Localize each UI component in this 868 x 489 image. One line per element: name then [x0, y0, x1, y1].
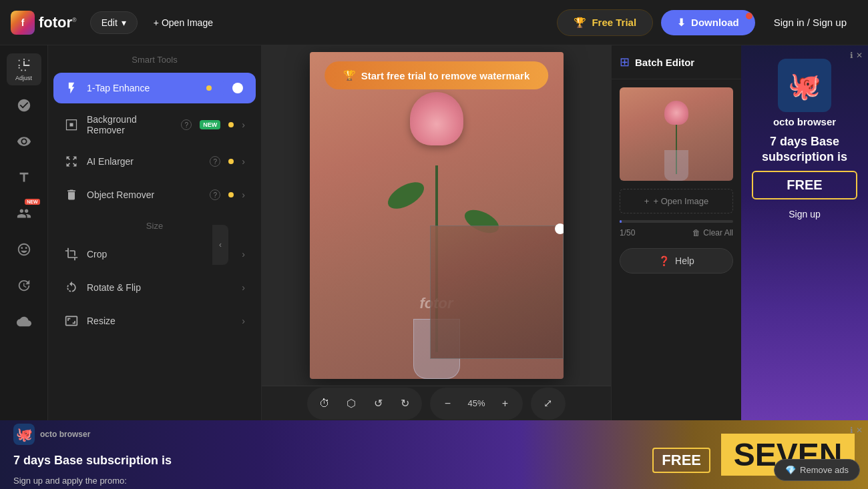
new-tag: NEW	[200, 120, 220, 129]
sidebar-item-adjust[interactable]: Adjust	[7, 53, 41, 85]
bottom-toolbar: ⏱ ⬡ ↺ ↻ − 45% + ⤢	[262, 386, 611, 420]
edit-button[interactable]: Edit ▾	[90, 11, 138, 34]
enhance-toggle[interactable]	[220, 81, 245, 95]
sidebar-item-text[interactable]	[7, 161, 41, 193]
logo-text: fotor®	[39, 14, 77, 31]
main-area: Adjust NEW Smart Tools	[0, 45, 868, 420]
enhance-icon	[64, 81, 79, 95]
batch-count: 1/50	[620, 228, 635, 237]
right-panel: ⊞ Batch Editor + + Open Image 1/50 🗑 Cle…	[611, 45, 741, 420]
tool-1tap-enhance[interactable]: 1-Tap Enhance	[53, 73, 256, 103]
ad-free-box: FREE	[752, 171, 857, 199]
resize-arrow: ›	[242, 316, 245, 326]
ai-enlarger-icon	[64, 154, 79, 169]
ad-octopus-icon: 🐙	[778, 59, 831, 112]
bg-remover-arrow: ›	[242, 119, 245, 130]
collapse-panel-arrow[interactable]: ‹	[212, 225, 228, 265]
resize-icon	[64, 314, 79, 328]
open-image-button[interactable]: + Open Image	[146, 12, 221, 33]
fit-button[interactable]: ⤢	[536, 392, 560, 416]
sidebar-item-beauty[interactable]	[7, 89, 41, 121]
sidebar-item-cloud[interactable]	[7, 306, 41, 338]
tool-object-remover[interactable]: Object Remover ? ›	[53, 179, 256, 210]
notification-dot	[746, 13, 752, 19]
free-trial-button[interactable]: 🏆 Free Trial	[557, 9, 653, 36]
bottom-ad-logo: 🐙	[13, 424, 35, 445]
watermark-banner[interactable]: 🏆 Start free trial to remove watermark	[324, 61, 549, 89]
sidebar-item-ai[interactable]	[7, 270, 41, 302]
help-circle-icon: ❓	[658, 256, 670, 266]
ad-close-icon[interactable]: ✕	[856, 51, 863, 60]
ai-enlarger-arrow: ›	[242, 156, 245, 167]
bg-remover-help[interactable]: ?	[181, 119, 192, 130]
crop-overlay-content	[431, 226, 563, 358]
help-button[interactable]: ❓ Help	[620, 248, 733, 274]
batch-editor-icon: ⊞	[620, 55, 630, 69]
tool-dot	[228, 159, 234, 164]
crop-overlay[interactable]	[430, 225, 564, 359]
canvas-content: 🏆 Start free trial to remove watermark f…	[262, 45, 611, 386]
sidebar-item-people[interactable]: NEW	[7, 197, 41, 229]
zoom-in-button[interactable]: +	[493, 392, 517, 416]
ad-signup[interactable]: Sign up	[741, 205, 868, 219]
tool-rotate-flip[interactable]: Rotate & Flip ›	[53, 272, 256, 303]
object-remover-icon	[64, 187, 79, 202]
canvas-area: 🏆 Start free trial to remove watermark f…	[262, 45, 611, 420]
bottom-ad-free: FREE	[652, 448, 710, 473]
bottom-ad-banner: 🐙 octo browser 7 days Base subscription …	[0, 420, 868, 489]
sidebar-item-sticker[interactable]	[7, 233, 41, 266]
logo: f fotor®	[11, 11, 77, 35]
bottom-ad-close-icon[interactable]: ✕	[856, 426, 863, 435]
icon-sidebar: Adjust NEW	[0, 45, 48, 420]
timer-button[interactable]: ⏱	[312, 392, 337, 416]
batch-progress-bar	[620, 220, 733, 223]
ad-headline: 7 days Base subscription is	[741, 134, 868, 165]
batch-progress-fill	[620, 220, 622, 223]
bottom-ad-text: 7 days Base subscription is	[13, 454, 647, 468]
topnav: f fotor® Edit ▾ + Open Image 🏆 Free Tria…	[0, 0, 868, 45]
undo-button[interactable]: ↺	[366, 392, 390, 416]
batch-image-preview	[620, 87, 733, 181]
leaf-1	[383, 177, 428, 214]
tool-dot	[228, 122, 234, 127]
bg-remover-icon	[64, 117, 79, 132]
remove-ads-button[interactable]: 💎 Remove ads	[774, 459, 860, 481]
new-badge: NEW	[25, 199, 39, 205]
rotate-arrow: ›	[242, 282, 245, 293]
tool-ai-enlarger[interactable]: AI Enlarger ? ›	[53, 146, 256, 177]
rose-flower	[410, 92, 463, 145]
batch-footer: 1/50 🗑 Clear All	[612, 225, 741, 243]
batch-editor-title: Batch Editor	[635, 57, 694, 68]
zoom-out-button[interactable]: −	[435, 392, 459, 416]
ad-info-icon[interactable]: ℹ	[850, 51, 853, 60]
redo-button[interactable]: ↻	[393, 392, 417, 416]
crop-icon	[64, 247, 79, 262]
bottom-ad-promo: Sign up and apply the promo:	[13, 476, 710, 486]
ad-logo-area: 🐙 octo browser	[741, 45, 868, 134]
trash-icon: 🗑	[692, 228, 700, 237]
tool-dot	[228, 192, 234, 197]
batch-rose-flower	[664, 101, 688, 125]
sidebar-item-eye[interactable]	[7, 125, 41, 157]
object-remover-arrow: ›	[242, 189, 245, 200]
crop-handle-topright[interactable]	[555, 223, 564, 234]
history-toolbar-group: ⏱ ⬡ ↺ ↻	[307, 388, 422, 420]
layers-button[interactable]: ⬡	[339, 392, 363, 416]
tool-background-remover[interactable]: Background Remover ? NEW ›	[53, 106, 256, 143]
object-remover-help[interactable]: ?	[210, 189, 220, 200]
download-button[interactable]: ⬇ Download	[661, 10, 755, 35]
bottom-ad-info-icon[interactable]: ℹ	[850, 426, 853, 435]
smart-tools-label: Smart Tools	[48, 45, 261, 71]
crop-arrow: ›	[242, 249, 245, 260]
tool-resize[interactable]: Resize ›	[53, 306, 256, 336]
ai-enlarger-help[interactable]: ?	[210, 156, 220, 167]
batch-open-image[interactable]: + + Open Image	[620, 189, 733, 213]
signin-button[interactable]: Sign in / Sign up	[763, 11, 857, 33]
rotate-icon	[64, 280, 79, 295]
batch-editor-header: ⊞ Batch Editor	[612, 45, 741, 79]
ad-free-text: FREE	[764, 177, 845, 193]
clear-all-button[interactable]: 🗑 Clear All	[692, 228, 733, 237]
ad-brand: octo browser	[773, 116, 836, 127]
ad-panel: ℹ ✕ 🐙 octo browser 7 days Base subscript…	[741, 45, 868, 420]
tool-dot	[206, 85, 212, 91]
